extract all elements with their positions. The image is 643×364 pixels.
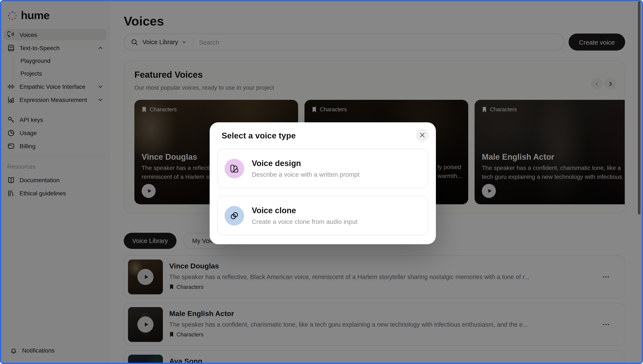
voice-type-modal: Select a voice type Voice design Describ… [210, 122, 436, 244]
voice-design-icon [225, 159, 244, 178]
vertical-scrollbar[interactable] [638, 1, 640, 214]
option-subtitle: Describe a voice with a written prompt [252, 171, 360, 178]
close-icon[interactable] [416, 129, 429, 142]
voice-clone-icon [225, 206, 244, 225]
voice-design-option[interactable]: Voice design Describe a voice with a wri… [217, 149, 428, 188]
option-title: Voice design [252, 159, 360, 168]
voice-clone-option[interactable]: Voice clone Create a voice clone from au… [217, 196, 428, 235]
option-subtitle: Create a voice clone from audio input [252, 218, 357, 225]
modal-title: Select a voice type [222, 131, 296, 140]
app-window: hume Voices [0, 0, 643, 364]
option-title: Voice clone [252, 206, 357, 215]
